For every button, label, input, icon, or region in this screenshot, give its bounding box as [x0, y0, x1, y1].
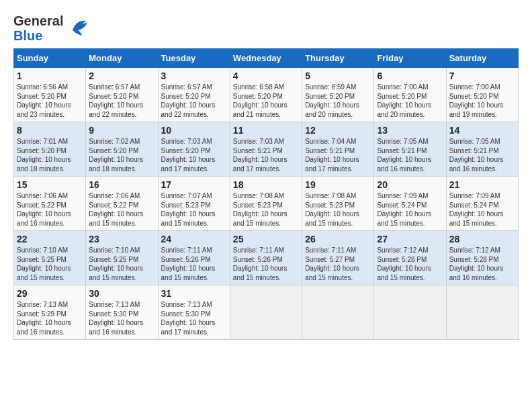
calendar-cell: 26Sunrise: 7:11 AM Sunset: 5:27 PM Dayli…	[302, 231, 374, 285]
calendar-week-row: 29Sunrise: 7:13 AM Sunset: 5:29 PM Dayli…	[14, 285, 519, 340]
day-number: 12	[305, 125, 371, 136]
day-info: Sunrise: 7:05 AM Sunset: 5:21 PM Dayligh…	[377, 137, 443, 173]
calendar-cell: 11Sunrise: 7:03 AM Sunset: 5:21 PM Dayli…	[230, 122, 302, 177]
day-info: Sunrise: 7:08 AM Sunset: 5:23 PM Dayligh…	[233, 191, 299, 228]
calendar-cell: 5Sunrise: 6:59 AM Sunset: 5:20 PM Daylig…	[302, 68, 374, 122]
day-number: 28	[449, 234, 515, 244]
calendar-cell: 22Sunrise: 7:10 AM Sunset: 5:25 PM Dayli…	[14, 231, 86, 285]
day-number: 22	[17, 234, 83, 244]
day-of-week-header: Wednesday	[230, 49, 302, 68]
calendar-cell: 13Sunrise: 7:05 AM Sunset: 5:21 PM Dayli…	[374, 122, 446, 177]
calendar-cell: 9Sunrise: 7:02 AM Sunset: 5:20 PM Daylig…	[86, 122, 158, 177]
page-header: General Blue	[13, 13, 519, 43]
calendar-cell: 18Sunrise: 7:08 AM Sunset: 5:23 PM Dayli…	[230, 177, 302, 231]
day-number: 9	[89, 125, 154, 136]
day-number: 15	[17, 179, 83, 190]
day-number: 14	[449, 125, 515, 136]
calendar-cell: 2Sunrise: 6:57 AM Sunset: 5:20 PM Daylig…	[86, 68, 158, 122]
day-info: Sunrise: 7:11 AM Sunset: 5:26 PM Dayligh…	[233, 246, 299, 282]
calendar-cell: 23Sunrise: 7:10 AM Sunset: 5:25 PM Dayli…	[86, 231, 158, 285]
day-info: Sunrise: 7:12 AM Sunset: 5:28 PM Dayligh…	[377, 246, 443, 282]
day-of-week-header: Sunday	[14, 49, 86, 68]
day-info: Sunrise: 7:03 AM Sunset: 5:21 PM Dayligh…	[233, 137, 299, 173]
calendar-cell: 14Sunrise: 7:05 AM Sunset: 5:21 PM Dayli…	[446, 122, 518, 177]
day-of-week-header: Friday	[374, 49, 446, 68]
day-number: 5	[305, 71, 371, 81]
day-info: Sunrise: 7:12 AM Sunset: 5:28 PM Dayligh…	[449, 246, 515, 282]
logo: General Blue	[13, 13, 89, 43]
day-info: Sunrise: 7:06 AM Sunset: 5:22 PM Dayligh…	[17, 191, 83, 228]
day-number: 2	[89, 71, 154, 81]
day-number: 13	[377, 125, 443, 136]
day-info: Sunrise: 7:13 AM Sunset: 5:30 PM Dayligh…	[161, 300, 227, 336]
day-number: 27	[377, 234, 443, 244]
logo-bird-icon	[67, 17, 89, 40]
day-info: Sunrise: 6:58 AM Sunset: 5:20 PM Dayligh…	[233, 83, 299, 119]
day-number: 24	[161, 234, 227, 244]
day-info: Sunrise: 7:08 AM Sunset: 5:23 PM Dayligh…	[305, 191, 371, 228]
day-info: Sunrise: 7:02 AM Sunset: 5:20 PM Dayligh…	[89, 137, 154, 173]
calendar-cell	[446, 285, 518, 340]
day-number: 26	[305, 234, 371, 244]
day-info: Sunrise: 7:00 AM Sunset: 5:20 PM Dayligh…	[449, 83, 515, 119]
day-info: Sunrise: 7:11 AM Sunset: 5:27 PM Dayligh…	[305, 246, 371, 282]
day-number: 7	[449, 71, 515, 81]
calendar-cell: 27Sunrise: 7:12 AM Sunset: 5:28 PM Dayli…	[374, 231, 446, 285]
calendar-cell: 4Sunrise: 6:58 AM Sunset: 5:20 PM Daylig…	[230, 68, 302, 122]
calendar-cell: 20Sunrise: 7:09 AM Sunset: 5:24 PM Dayli…	[374, 177, 446, 231]
day-info: Sunrise: 7:04 AM Sunset: 5:21 PM Dayligh…	[305, 137, 371, 173]
calendar-cell: 8Sunrise: 7:01 AM Sunset: 5:20 PM Daylig…	[14, 122, 86, 177]
day-info: Sunrise: 7:11 AM Sunset: 5:26 PM Dayligh…	[161, 246, 227, 282]
calendar-cell: 15Sunrise: 7:06 AM Sunset: 5:22 PM Dayli…	[14, 177, 86, 231]
day-info: Sunrise: 6:56 AM Sunset: 5:20 PM Dayligh…	[17, 83, 83, 119]
day-number: 4	[233, 71, 299, 81]
calendar-week-row: 15Sunrise: 7:06 AM Sunset: 5:22 PM Dayli…	[14, 177, 519, 231]
logo-text: General Blue	[13, 13, 63, 43]
logo-area: General Blue	[13, 13, 89, 43]
day-info: Sunrise: 7:01 AM Sunset: 5:20 PM Dayligh…	[17, 137, 83, 173]
day-info: Sunrise: 7:13 AM Sunset: 5:29 PM Dayligh…	[17, 300, 83, 336]
calendar-cell: 10Sunrise: 7:03 AM Sunset: 5:20 PM Dayli…	[158, 122, 230, 177]
calendar-cell	[302, 285, 374, 340]
calendar-cell: 21Sunrise: 7:09 AM Sunset: 5:24 PM Dayli…	[446, 177, 518, 231]
day-info: Sunrise: 6:57 AM Sunset: 5:20 PM Dayligh…	[89, 83, 154, 119]
day-number: 30	[89, 288, 154, 299]
calendar-cell: 12Sunrise: 7:04 AM Sunset: 5:21 PM Dayli…	[302, 122, 374, 177]
calendar-cell: 25Sunrise: 7:11 AM Sunset: 5:26 PM Dayli…	[230, 231, 302, 285]
day-info: Sunrise: 6:57 AM Sunset: 5:20 PM Dayligh…	[161, 83, 227, 119]
day-info: Sunrise: 7:13 AM Sunset: 5:30 PM Dayligh…	[89, 300, 154, 336]
day-info: Sunrise: 7:00 AM Sunset: 5:20 PM Dayligh…	[377, 83, 443, 119]
calendar-cell: 30Sunrise: 7:13 AM Sunset: 5:30 PM Dayli…	[86, 285, 158, 340]
day-info: Sunrise: 7:09 AM Sunset: 5:24 PM Dayligh…	[377, 191, 443, 228]
calendar-cell	[230, 285, 302, 340]
calendar-header-row: SundayMondayTuesdayWednesdayThursdayFrid…	[14, 49, 519, 68]
day-info: Sunrise: 6:59 AM Sunset: 5:20 PM Dayligh…	[305, 83, 371, 119]
calendar-cell: 17Sunrise: 7:07 AM Sunset: 5:23 PM Dayli…	[158, 177, 230, 231]
calendar-cell: 1Sunrise: 6:56 AM Sunset: 5:20 PM Daylig…	[14, 68, 86, 122]
day-number: 29	[17, 288, 83, 299]
day-number: 11	[233, 125, 299, 136]
day-number: 23	[89, 234, 154, 244]
calendar-week-row: 1Sunrise: 6:56 AM Sunset: 5:20 PM Daylig…	[14, 68, 519, 122]
calendar-cell: 16Sunrise: 7:06 AM Sunset: 5:22 PM Dayli…	[86, 177, 158, 231]
day-number: 16	[89, 179, 154, 190]
day-number: 19	[305, 179, 371, 190]
calendar-cell: 31Sunrise: 7:13 AM Sunset: 5:30 PM Dayli…	[158, 285, 230, 340]
day-info: Sunrise: 7:06 AM Sunset: 5:22 PM Dayligh…	[89, 191, 154, 228]
day-number: 6	[377, 71, 443, 81]
day-number: 3	[161, 71, 227, 81]
day-info: Sunrise: 7:05 AM Sunset: 5:21 PM Dayligh…	[449, 137, 515, 173]
logo-general: General	[13, 13, 63, 28]
day-info: Sunrise: 7:09 AM Sunset: 5:24 PM Dayligh…	[449, 191, 515, 228]
day-info: Sunrise: 7:10 AM Sunset: 5:25 PM Dayligh…	[89, 246, 154, 282]
calendar-cell: 6Sunrise: 7:00 AM Sunset: 5:20 PM Daylig…	[374, 68, 446, 122]
day-number: 10	[161, 125, 227, 136]
calendar-week-row: 8Sunrise: 7:01 AM Sunset: 5:20 PM Daylig…	[14, 122, 519, 177]
logo-blue: Blue	[13, 28, 42, 43]
calendar-cell: 24Sunrise: 7:11 AM Sunset: 5:26 PM Dayli…	[158, 231, 230, 285]
calendar-cell: 28Sunrise: 7:12 AM Sunset: 5:28 PM Dayli…	[446, 231, 518, 285]
day-number: 8	[17, 125, 83, 136]
day-number: 20	[377, 179, 443, 190]
day-number: 18	[233, 179, 299, 190]
day-of-week-header: Saturday	[446, 49, 518, 68]
